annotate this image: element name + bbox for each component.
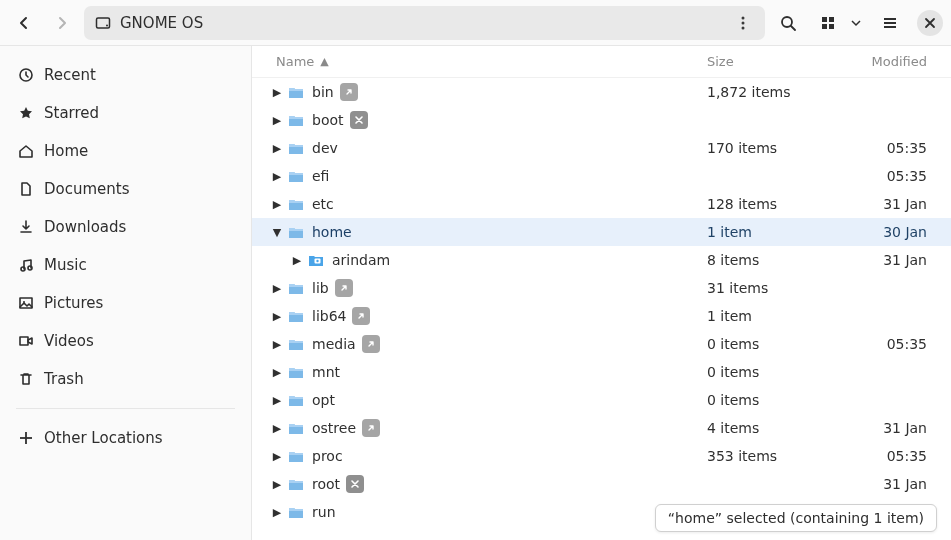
view-grid-button[interactable] [811,6,845,40]
file-row[interactable]: ▶lib31 items [252,274,951,302]
close-button[interactable] [917,10,943,36]
expander-icon[interactable]: ▶ [268,170,286,183]
file-name: etc [312,196,334,212]
sidebar-item-home[interactable]: Home [0,132,251,170]
clock-icon [18,67,44,83]
sidebar-item-downloads[interactable]: Downloads [0,208,251,246]
file-name: dev [312,140,338,156]
file-row[interactable]: ▼home1 item30 Jan [252,218,951,246]
file-modified: 05:35 [837,168,927,184]
sidebar-item-label: Music [44,256,87,274]
svg-point-4 [742,26,745,29]
sidebar-item-label: Trash [44,370,84,388]
expander-icon[interactable]: ▶ [268,366,286,379]
sidebar-item-label: Videos [44,332,94,350]
sidebar-item-documents[interactable]: Documents [0,170,251,208]
svg-rect-17 [20,298,32,308]
file-name: opt [312,392,335,408]
folder-icon [286,337,306,351]
sidebar-separator [16,408,235,409]
file-row[interactable]: ▶etc128 items31 Jan [252,190,951,218]
svg-rect-19 [20,337,28,345]
file-row[interactable]: ▶boot [252,106,951,134]
sidebar-item-starred[interactable]: Starred [0,94,251,132]
back-button[interactable] [8,7,40,39]
file-row[interactable]: ▶arindam8 items31 Jan [252,246,951,274]
search-button[interactable] [771,6,805,40]
file-name: home [312,224,352,240]
svg-rect-7 [822,17,827,22]
expander-icon[interactable]: ▶ [268,282,286,295]
sidebar-item-music[interactable]: Music [0,246,251,284]
file-modified: 05:35 [837,336,927,352]
file-row[interactable]: ▶opt0 items [252,386,951,414]
file-size: 8 items [707,252,837,268]
column-header-modified[interactable]: Modified [837,54,927,69]
file-row[interactable]: ▶ostree4 items31 Jan [252,414,951,442]
expander-icon[interactable]: ▶ [268,114,286,127]
folder-icon [286,85,306,99]
file-name: run [312,504,336,520]
file-size: 353 items [707,448,837,464]
folder-icon [306,253,326,267]
expander-icon[interactable]: ▶ [268,198,286,211]
file-row[interactable]: ▶root31 Jan [252,470,951,498]
file-row[interactable]: ▶proc353 items05:35 [252,442,951,470]
column-header-size[interactable]: Size [707,54,837,69]
expander-icon[interactable]: ▶ [268,394,286,407]
sidebar-item-videos[interactable]: Videos [0,322,251,360]
expander-icon[interactable]: ▶ [268,478,286,491]
file-modified: 31 Jan [837,420,927,436]
expander-icon[interactable]: ▶ [268,450,286,463]
column-header-name[interactable]: Name ▲ [276,54,707,69]
forward-button[interactable] [46,7,78,39]
location-more-icon[interactable] [731,16,755,30]
file-row[interactable]: ▶lib641 item [252,302,951,330]
file-name: lib [312,280,329,296]
sidebar-item-other-locations[interactable]: Other Locations [0,419,251,457]
file-row[interactable]: ▶dev170 items05:35 [252,134,951,162]
file-size: 1,872 items [707,84,837,100]
folder-icon [286,281,306,295]
folder-icon [286,309,306,323]
folder-icon [286,393,306,407]
svg-rect-9 [822,24,827,29]
expander-icon[interactable]: ▶ [268,506,286,519]
file-modified: 30 Jan [837,224,927,240]
svg-point-1 [106,24,108,26]
expander-icon[interactable]: ▶ [268,338,286,351]
file-row[interactable]: ▶efi05:35 [252,162,951,190]
file-name: ostree [312,420,356,436]
sidebar-item-trash[interactable]: Trash [0,360,251,398]
expander-icon[interactable]: ▶ [268,86,286,99]
view-dropdown-button[interactable] [845,6,867,40]
hamburger-menu-button[interactable] [873,6,907,40]
expander-icon[interactable]: ▼ [268,226,286,239]
file-size: 1 item [707,308,837,324]
disk-icon [94,14,112,32]
location-bar[interactable]: GNOME OS [84,6,765,40]
expander-icon[interactable]: ▶ [268,422,286,435]
expander-icon[interactable]: ▶ [268,142,286,155]
expander-icon[interactable]: ▶ [288,254,306,267]
file-row[interactable]: ▶mnt0 items [252,358,951,386]
svg-point-23 [316,260,318,262]
sidebar-item-pictures[interactable]: Pictures [0,284,251,322]
picture-icon [18,295,44,311]
plus-icon [18,430,44,446]
file-name: mnt [312,364,340,380]
svg-rect-10 [829,24,834,29]
svg-point-2 [742,16,745,19]
sidebar-item-recent[interactable]: Recent [0,56,251,94]
file-row[interactable]: ▶media0 items05:35 [252,330,951,358]
folder-icon [286,449,306,463]
sidebar-item-label: Home [44,142,88,160]
file-modified: 05:35 [837,448,927,464]
file-name: lib64 [312,308,346,324]
file-name: efi [312,168,329,184]
expander-icon[interactable]: ▶ [268,310,286,323]
file-row[interactable]: ▶bin1,872 items [252,78,951,106]
status-bar: “home” selected (containing 1 item) [655,504,937,532]
folder-icon [286,505,306,519]
folder-icon [286,197,306,211]
